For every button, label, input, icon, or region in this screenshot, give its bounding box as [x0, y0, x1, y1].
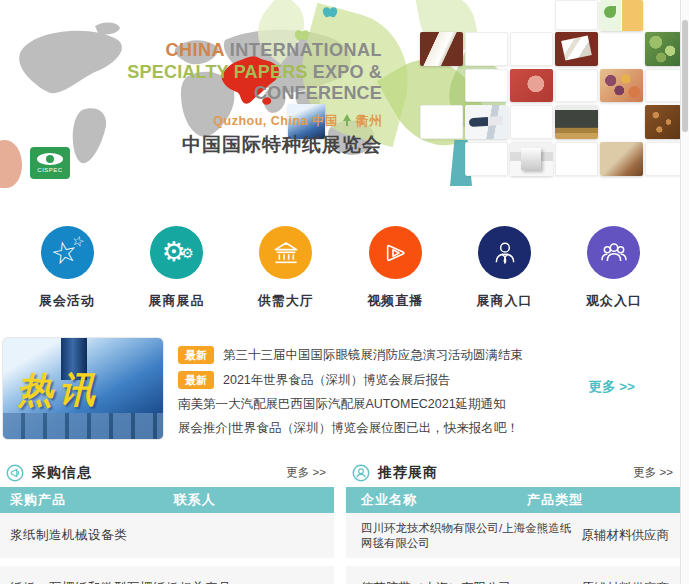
cispec-logo-label: CISPEC [37, 167, 62, 173]
exhibitor-company: 德莎胶带（上海）有限公司 [346, 580, 582, 584]
nav-item-exhibits[interactable]: ⚙⚙ 展商展品 [131, 226, 221, 310]
quick-nav: ☆☆ 展会活动 ⚙⚙ 展商展品 供需大厅 [0, 226, 681, 310]
exhibitor-company: 四川环龙技术织物有限公司/上海金熊造纸网毯有限公司 [346, 521, 582, 551]
table-row[interactable]: 纸板、瓦楞纸和微型瓦楞纸板相关产品 [0, 566, 334, 584]
table-row[interactable]: 四川环龙技术织物有限公司/上海金熊造纸网毯有限公司 原辅材料供应商 [346, 513, 681, 558]
mosaic-blank-tile [555, 69, 598, 102]
procurement-table-header: 采购产品 联系人 [0, 487, 334, 513]
mosaic-blank-tile [555, 142, 598, 176]
nav-label: 观众入口 [586, 292, 642, 310]
banner-location: Quzhou, China 中国 衢州 [0, 113, 382, 130]
column-header: 企业名称 [346, 491, 527, 509]
machinery-graphic [3, 413, 163, 439]
table-row[interactable]: 德莎胶带（上海）有限公司 原辅材料供应商 [346, 566, 681, 584]
photo-tile-books [420, 32, 463, 66]
news-more-link[interactable]: 更多 >> [588, 378, 635, 396]
news-item[interactable]: 最新 2021年世界食品（深圳）博览会展后报告 [178, 371, 628, 389]
mosaic-blank-tile [510, 32, 553, 66]
exhibitor-type: 原辅材料供应商 [582, 580, 682, 584]
exhibitors-table-header: 企业名称 产品类型 [346, 487, 681, 513]
news-item[interactable]: 展会推介|世界食品（深圳）博览会展位图已出，快来报名吧！ [178, 420, 628, 437]
procurement-product: 纸板、瓦楞纸和微型瓦楞纸板相关产品 [0, 580, 322, 584]
news-item[interactable]: 南美第一大汽配展巴西国际汽配展AUTOMEC2021延期通知 [178, 396, 628, 413]
mosaic-blank-tile [465, 69, 508, 102]
photo-tile-juice-boxes [600, 0, 643, 31]
people-icon [587, 226, 640, 279]
exhibitor-type: 原辅材料供应商 [582, 527, 682, 544]
exhibitors-panel: 推荐展商 更多 >> 企业名称 产品类型 四川环龙技术织物有限公司/上海金熊造纸… [346, 458, 681, 584]
nav-item-live-video[interactable]: 视频直播 [350, 226, 440, 310]
news-item-text: 第三十三届中国国际眼镜展消防应急演习活动圆满结束 [223, 347, 523, 364]
page: CHINA INTERNATIONAL SPECIALTY PAPERS EXP… [0, 0, 689, 584]
mosaic-blank-tile [645, 142, 680, 176]
table-row[interactable]: 浆纸制造机械设备类 [0, 513, 334, 558]
nav-label: 展会活动 [39, 292, 95, 310]
photo-tile-train [465, 105, 508, 139]
photo-tile-honeycomb [645, 105, 680, 139]
column-header: 采购产品 [0, 491, 174, 509]
butterfly-decoration [323, 7, 337, 18]
news-item[interactable]: 最新 第三十三届中国国际眼镜展消防应急演习活动圆满结束 [178, 346, 628, 364]
column-header: 产品类型 [527, 491, 583, 509]
nav-item-supply-hall[interactable]: 供需大厅 [241, 226, 331, 310]
mosaic-blank-tile [645, 69, 680, 102]
procurement-product: 浆纸制造机械设备类 [0, 527, 322, 544]
mosaic-blank-tile [465, 142, 508, 176]
procurement-panel: 采购信息 更多 >> 采购产品 联系人 浆纸制造机械设备类 纸板、瓦楞纸和微型瓦… [0, 458, 334, 584]
procurement-header: 采购信息 更多 >> [0, 458, 334, 487]
banner-title-block: CHINA INTERNATIONAL SPECIALTY PAPERS EXP… [0, 40, 382, 158]
nav-item-visitor-entry[interactable]: 观众入口 [569, 226, 659, 310]
procurement-title: 采购信息 [32, 464, 92, 482]
column-header: 联系人 [174, 491, 216, 509]
exhibitors-title: 推荐展商 [378, 464, 438, 482]
nav-label: 供需大厅 [258, 292, 314, 310]
nav-label: 展商展品 [148, 292, 204, 310]
new-badge: 最新 [178, 346, 214, 364]
photo-tile-berry-cups [600, 69, 643, 102]
gears-icon: ⚙⚙ [150, 226, 203, 279]
hot-news-label: 热讯 [17, 366, 101, 415]
news-item-text: 南美第一大汽配展巴西国际汽配展AUTOMEC2021延期通知 [178, 396, 506, 413]
person-circle-icon [352, 464, 370, 482]
procurement-more-link[interactable]: 更多 >> [286, 465, 326, 480]
photo-tile-folded-paper [555, 32, 598, 66]
megaphone-icon [6, 464, 24, 482]
banner-title-en-line1: CHINA INTERNATIONAL [0, 40, 382, 61]
cispec-logo-eye [37, 153, 63, 165]
vertical-scrollbar[interactable] [680, 0, 689, 584]
bank-icon [259, 226, 312, 279]
news-list: 最新 第三十三届中国国际眼镜展消防应急演习活动圆满结束 最新 2021年世界食品… [178, 346, 628, 444]
scrollbar-thumb[interactable] [682, 20, 688, 132]
new-badge: 最新 [178, 371, 214, 389]
photo-tile-graphite-block [555, 105, 598, 139]
news-item-text: 2021年世界食品（深圳）博览会展后报告 [223, 372, 451, 389]
nav-item-events[interactable]: ☆☆ 展会活动 [22, 226, 112, 310]
photo-tile-banknote [510, 69, 553, 102]
stars-icon: ☆☆ [41, 226, 94, 279]
hot-news-image[interactable]: 热讯 [2, 337, 164, 440]
nav-item-exhibitor-entry[interactable]: 展商入口 [460, 226, 550, 310]
cispec-logo: CISPEC [30, 147, 70, 179]
tree-icon [342, 114, 352, 126]
play-icon [369, 226, 422, 279]
mosaic-blank-tile [555, 0, 598, 30]
info-tables: 采购信息 更多 >> 采购产品 联系人 浆纸制造机械设备类 纸板、瓦楞纸和微型瓦… [0, 458, 681, 584]
photo-tile-green-leaves [645, 32, 680, 66]
mosaic-blank-tile [465, 32, 508, 66]
person-icon [478, 226, 531, 279]
photo-tile-hand-tickets [600, 142, 643, 176]
nav-label: 展商入口 [477, 292, 533, 310]
photo-tile-machine [510, 142, 553, 176]
mosaic-blank-tile [420, 105, 463, 139]
news-section: 热讯 最新 第三十三届中国国际眼镜展消防应急演习活动圆满结束 最新 2021年世… [0, 330, 681, 450]
mosaic-blank-tile [510, 105, 553, 139]
banner-title-en-line2: SPECIALTY PAPERS EXPO & CONFERENCE [0, 62, 382, 104]
nav-label: 视频直播 [367, 292, 423, 310]
banner: CHINA INTERNATIONAL SPECIALTY PAPERS EXP… [0, 0, 680, 190]
exhibitors-more-link[interactable]: 更多 >> [633, 465, 673, 480]
news-item-text: 展会推介|世界食品（深圳）博览会展位图已出，快来报名吧！ [178, 420, 519, 437]
exhibitors-header: 推荐展商 更多 >> [346, 458, 681, 487]
